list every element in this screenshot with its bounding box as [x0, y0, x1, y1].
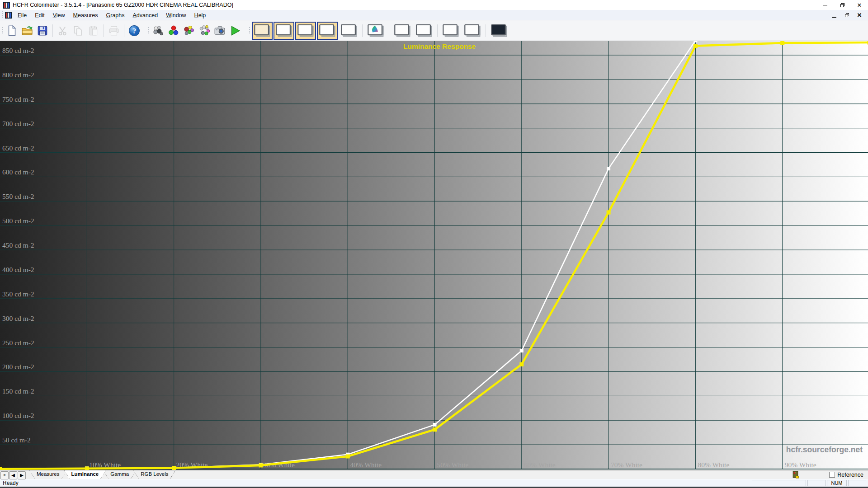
close-tab-button[interactable]: × — [0, 471, 9, 479]
data-point-marker — [607, 211, 611, 215]
menu-help[interactable]: Help — [190, 11, 210, 20]
copy-icon — [72, 25, 84, 37]
monitor-cie-icon — [367, 23, 384, 38]
menu-bar: FileEditViewMeasuresGraphsAdvancedWindow… — [0, 10, 868, 20]
view-measures-grid-button[interactable] — [252, 22, 273, 40]
monitor-wave-icon — [297, 23, 314, 38]
toolbar-grip — [148, 27, 150, 34]
bottom-tab-bar: ×◀▶ MeasuresLuminanceGammaRGB Levels Ref… — [0, 470, 868, 479]
view-near-black-chart-button[interactable] — [392, 22, 413, 40]
y-tick-label: 50 cd m-2 — [2, 436, 31, 444]
paste-icon — [88, 25, 99, 37]
measure-group — [146, 22, 243, 40]
chart-title: Luminance Response — [403, 42, 476, 50]
close-icon: ✕ — [857, 2, 862, 8]
window-title: HCFR Colorimeter - 3.5.1.4 - [Panasonic … — [13, 2, 233, 8]
status-bar: Ready NUM — [0, 479, 868, 487]
toolbar-separator — [486, 24, 486, 37]
camera-icon — [214, 25, 226, 37]
y-tick-label: 750 cd m-2 — [2, 95, 34, 103]
toolbar-separator — [52, 24, 53, 37]
secondary-balls-icon — [183, 25, 195, 37]
menu-measures[interactable]: Measures — [69, 11, 102, 20]
toolbar-separator — [362, 24, 363, 37]
measure-primaries-button[interactable] — [166, 23, 181, 39]
monitor-multiline-icon — [442, 23, 459, 38]
restore-button[interactable] — [834, 0, 851, 10]
paste-button[interactable] — [86, 23, 101, 39]
menu-window[interactable]: Window — [162, 11, 190, 20]
save-floppy-icon — [37, 25, 48, 37]
measure-free-button[interactable] — [197, 23, 212, 39]
measure-grayscale-button[interactable] — [151, 23, 166, 39]
toolbar-separator — [124, 24, 124, 37]
tab-label: Gamma — [110, 471, 129, 477]
reference-checkbox[interactable] — [829, 472, 835, 478]
view-rgb-levels-chart-button[interactable] — [317, 22, 338, 40]
y-tick-label: 600 cd m-2 — [2, 168, 34, 176]
tab-edge — [100, 470, 106, 479]
toolbar-grip — [249, 27, 250, 34]
tab-measures[interactable]: Measures — [29, 470, 67, 479]
view-histogram-chart-button[interactable] — [489, 22, 509, 40]
run-measures-button[interactable] — [227, 23, 243, 39]
view-saturation-chart-button[interactable] — [440, 22, 461, 40]
view-cie-diagram-button[interactable] — [365, 22, 386, 40]
open-file-button[interactable] — [19, 23, 35, 39]
tab-edge — [170, 470, 175, 479]
view-group — [247, 22, 510, 40]
menu-advanced[interactable]: Advanced — [129, 11, 162, 20]
save-file-button[interactable] — [35, 23, 50, 39]
view-color-temp-chart-button[interactable] — [339, 22, 359, 40]
menu-view[interactable]: View — [49, 11, 69, 20]
tab-edge — [29, 470, 35, 479]
scroll-tabs-right-button[interactable]: ▶ — [18, 471, 26, 479]
menu-graphs[interactable]: Graphs — [102, 11, 129, 20]
snapshot-button[interactable] — [212, 23, 227, 39]
svg-text:?: ? — [132, 27, 136, 35]
print-button[interactable] — [106, 23, 122, 39]
menu-file[interactable]: File — [14, 11, 31, 20]
hcfr-logo-icon — [3, 2, 10, 9]
child-close-button[interactable]: ✕ — [856, 12, 863, 19]
about-button[interactable]: ? — [127, 23, 142, 39]
tab-rgb-levels[interactable]: RGB Levels — [133, 470, 175, 479]
y-tick-label: 300 cd m-2 — [2, 314, 34, 322]
scroll-tabs-left-button[interactable]: ◀ — [9, 471, 17, 479]
cut-button[interactable] — [55, 23, 71, 39]
data-point-marker — [433, 423, 437, 427]
data-point-marker — [607, 167, 610, 170]
status-pane-num: NUM — [827, 480, 847, 486]
child-minimize-icon — [832, 17, 836, 18]
view-gamma-chart-button[interactable] — [274, 22, 294, 40]
view-luminance-chart-button[interactable] — [295, 22, 316, 40]
play-icon — [229, 25, 241, 37]
y-tick-label: 200 cd m-2 — [2, 363, 34, 371]
menu-edit[interactable]: Edit — [31, 11, 49, 20]
x-tick-label: 80% White — [698, 461, 729, 469]
tab-luminance[interactable]: Luminance — [64, 470, 106, 479]
y-tick-label: 850 cd m-2 — [2, 47, 34, 54]
tab-label: RGB Levels — [141, 471, 168, 477]
y-tick-label: 150 cd m-2 — [2, 387, 34, 395]
title-bar: HCFR Colorimeter - 3.5.1.4 - [Panasonic … — [0, 0, 868, 10]
monitor-purple-icon — [340, 23, 358, 38]
monitor-table-icon — [254, 23, 271, 38]
child-restore-button[interactable] — [844, 12, 850, 19]
view-saturation-shift-chart-button[interactable] — [462, 22, 483, 40]
new-file-button[interactable] — [4, 23, 19, 39]
status-text: Ready — [3, 480, 19, 486]
copy-button[interactable] — [71, 23, 86, 39]
mdi-child-controls: ✕ — [831, 10, 863, 20]
tab-edge — [133, 470, 139, 479]
toolbar-separator — [437, 24, 438, 37]
minimize-button[interactable] — [816, 0, 834, 10]
child-minimize-button[interactable] — [831, 12, 837, 19]
watermark: hcfr.sourceforge.net — [786, 445, 863, 454]
view-near-white-chart-button[interactable] — [414, 22, 434, 40]
measure-secondaries-button[interactable] — [181, 23, 197, 39]
tab-label: Luminance — [71, 471, 99, 477]
minimize-icon — [823, 5, 827, 5]
tab-gamma[interactable]: Gamma — [103, 470, 136, 479]
close-button[interactable]: ✕ — [851, 0, 868, 10]
